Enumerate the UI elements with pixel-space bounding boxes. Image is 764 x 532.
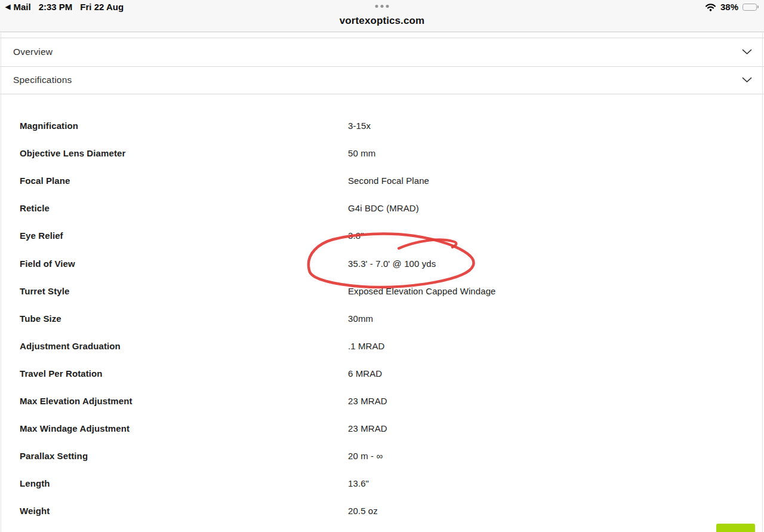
spec-row: Field of View 35.3' - 7.0' @ 100 yds [0, 249, 764, 276]
spec-label: Eye Relief [20, 230, 63, 241]
accordion-section-specifications[interactable]: Specifications [0, 66, 764, 94]
accordion-section-overview[interactable]: Overview [0, 38, 764, 66]
spec-row: Eye Relief 3.8" [0, 222, 764, 249]
back-app-label: Mail [13, 2, 30, 12]
spec-value: 23 MRAD [348, 423, 387, 433]
spec-row: Travel Per Rotation 6 MRAD [0, 359, 764, 387]
spec-value: 23 MRAD [348, 395, 387, 405]
spec-value: 6 MRAD [348, 368, 382, 378]
spec-label: Objective Lens Diameter [20, 148, 125, 158]
spec-label: Max Elevation Adjustment [20, 395, 133, 405]
spec-value: 3-15x [348, 121, 371, 131]
back-to-mail-button[interactable]: ◀ Mail [5, 2, 31, 12]
spec-row: Focal Plane Second Focal Plane [0, 167, 764, 194]
battery-nub [757, 5, 759, 8]
address-bar-url[interactable]: vortexoptics.com [0, 15, 764, 27]
spec-value: 30mm [348, 313, 373, 323]
spec-value: 3.8" [348, 230, 364, 241]
spec-label: Length [20, 478, 50, 488]
bottom-right-green-button[interactable] [716, 524, 755, 532]
chevron-down-icon [742, 49, 752, 55]
spec-label: Parallax Setting [20, 451, 88, 461]
spec-label: Tube Size [20, 313, 61, 323]
multitasking-dots-icon[interactable] [375, 5, 389, 8]
spec-label: Turret Style [20, 285, 69, 296]
spec-label: Travel Per Rotation [20, 368, 103, 378]
safari-page: ◀ Mail 2:33 PM Fri 22 Aug vortexoptics.c… [0, 0, 764, 532]
spec-label: Max Windage Adjustment [20, 423, 130, 433]
spec-label: Focal Plane [20, 176, 70, 186]
product-accordion: Overview Specifications [0, 38, 764, 94]
spec-value: Second Focal Plane [348, 176, 429, 186]
back-triangle-icon: ◀ [5, 4, 10, 10]
spec-label: Field of View [20, 258, 75, 268]
accordion-label: Overview [13, 47, 53, 57]
clock-time: 2:33 PM [39, 2, 73, 12]
spec-label: Weight [20, 506, 50, 516]
spec-row: Max Windage Adjustment 23 MRAD [0, 414, 764, 442]
spec-row: Parallax Setting 20 m - ∞ [0, 442, 764, 469]
battery-icon [743, 4, 759, 11]
spec-label: Magnification [20, 121, 78, 131]
spec-row: Max Elevation Adjustment 23 MRAD [0, 387, 764, 414]
spec-value: 35.3' - 7.0' @ 100 yds [348, 258, 436, 268]
spec-value: .1 MRAD [348, 340, 385, 350]
spec-row: Objective Lens Diameter 50 mm [0, 139, 764, 167]
spec-value: 13.6" [348, 478, 369, 488]
spec-label: Reticle [20, 203, 50, 213]
specifications-table: Magnification 3-15x Objective Lens Diame… [0, 94, 764, 524]
spec-value: G4i BDC (MRAD) [348, 203, 419, 213]
spec-row: Reticle G4i BDC (MRAD) [0, 194, 764, 222]
spec-label: Adjustment Graduation [20, 340, 121, 350]
spec-value: Exposed Elevation Capped Windage [348, 285, 496, 296]
status-bar: ◀ Mail 2:33 PM Fri 22 Aug vortexoptics.c… [0, 0, 764, 32]
battery-percent-label: 38% [720, 2, 738, 12]
clock-date: Fri 22 Aug [80, 2, 124, 12]
chevron-down-icon [742, 77, 752, 83]
spec-row: Adjustment Graduation .1 MRAD [0, 332, 764, 359]
wifi-icon [705, 3, 716, 11]
spec-value: 20.5 oz [348, 506, 378, 516]
accordion-label: Specifications [13, 75, 72, 85]
spec-value: 20 m - ∞ [348, 451, 383, 461]
spec-row: Weight 20.5 oz [0, 497, 764, 524]
spec-row: Tube Size 30mm [0, 305, 764, 332]
spec-row: Magnification 3-15x [0, 112, 764, 139]
spec-row: Turret Style Exposed Elevation Capped Wi… [0, 277, 764, 305]
spec-row: Length 13.6" [0, 469, 764, 497]
spec-value: 50 mm [348, 148, 375, 158]
